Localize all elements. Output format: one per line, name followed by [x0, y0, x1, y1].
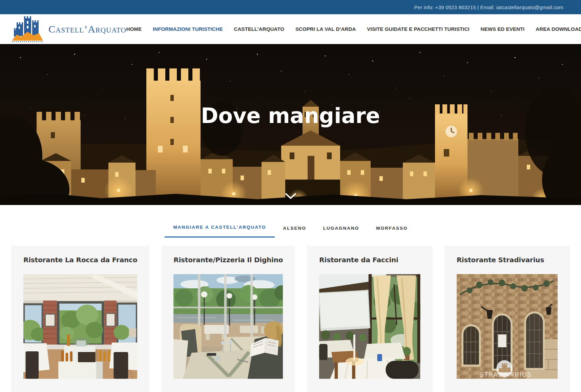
- contact-info-text: Per info: +39 0523 803215 | Email: iatca…: [414, 4, 563, 10]
- restaurant-card: Ristorante Stradivarius: [444, 246, 570, 392]
- chevron-down-icon[interactable]: [285, 192, 297, 200]
- castle-logo-icon: [11, 16, 44, 43]
- restaurant-title[interactable]: Ristorante da Faccini: [319, 256, 420, 264]
- tab-alseno[interactable]: ALSENO: [275, 226, 315, 238]
- top-info-bar: Per info: +39 0523 803215 | Email: iatca…: [0, 0, 581, 14]
- restaurant-card: Ristorante/Pizzeria Il Dighino: [161, 246, 295, 392]
- tab-lugagnano[interactable]: LUGAGNANO: [315, 226, 368, 238]
- restaurant-photo-stradivarius[interactable]: STRADIVARIUS: [457, 274, 558, 379]
- nav-item-informazioni-turistiche[interactable]: INFORMAZIONI TURISTICHE: [153, 26, 223, 32]
- nav-item-home[interactable]: HOME: [126, 26, 142, 32]
- hero-banner: Dove mangiare: [0, 44, 581, 205]
- restaurant-list: Ristorante La Rocca da Franco: [0, 246, 581, 392]
- restaurant-photo-la-rocca[interactable]: [23, 274, 137, 379]
- restaurant-card: Ristorante La Rocca da Franco: [11, 246, 149, 392]
- restaurant-photo-da-faccini[interactable]: [319, 274, 420, 379]
- site-logo-text: Castell’Arquato: [48, 23, 126, 35]
- page-title: Dove mangiare: [0, 103, 581, 128]
- nav-item-news-ed-eventi[interactable]: NEWS ED EVENTI: [481, 26, 525, 32]
- stradivarius-watermark: STRADIVARIUS: [480, 371, 532, 378]
- tab-morfasso[interactable]: MORFASSO: [368, 226, 416, 238]
- tab-mangiare-a-castellarquato[interactable]: MANGIARE A CASTELL'ARQUATO: [165, 225, 274, 238]
- restaurant-title[interactable]: Ristorante/Pizzeria Il Dighino: [173, 256, 283, 264]
- nav-item-visite-guidate[interactable]: VISITE GUIDATE E PACCHETTI TURISTICI: [367, 26, 469, 32]
- main-navigation: HOME INFORMAZIONI TURISTICHE CASTELL’ARQ…: [126, 26, 581, 32]
- nav-item-area-download[interactable]: AREA DOWNLOAD: [536, 26, 581, 32]
- restaurant-title[interactable]: Ristorante La Rocca da Franco: [23, 256, 137, 264]
- page: Per info: +39 0523 803215 | Email: iatca…: [0, 0, 581, 392]
- site-logo[interactable]: Castell’Arquato: [11, 16, 126, 43]
- restaurant-card: Ristorante da Faccini: [307, 246, 432, 392]
- town-tabs: MANGIARE A CASTELL'ARQUATO ALSENO LUGAGN…: [0, 225, 581, 238]
- site-header: Castell’Arquato HOME INFORMAZIONI TURIST…: [0, 14, 581, 44]
- nav-item-castellarquato[interactable]: CASTELL’ARQUATO: [234, 26, 284, 32]
- restaurant-title[interactable]: Ristorante Stradivarius: [457, 256, 558, 264]
- restaurant-photo-il-dighino[interactable]: [173, 274, 283, 379]
- nav-item-scopri-la-val-darda[interactable]: SCOPRI LA VAL D’ARDA: [295, 26, 356, 32]
